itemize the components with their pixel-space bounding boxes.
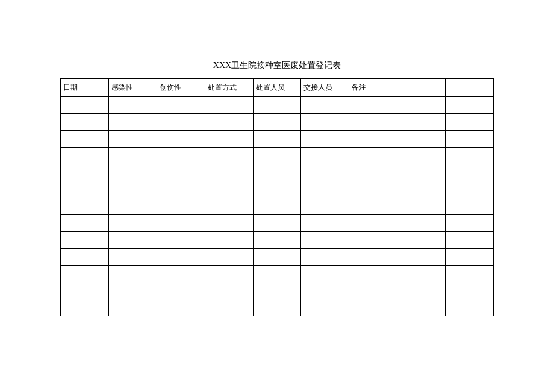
table-cell <box>157 97 205 114</box>
table-row <box>61 266 494 282</box>
table-cell <box>253 198 301 215</box>
table-cell <box>205 282 253 299</box>
table-cell <box>61 97 109 114</box>
table-cell <box>301 97 349 114</box>
table-cell <box>349 266 397 282</box>
table-cell <box>253 164 301 181</box>
table-cell <box>157 164 205 181</box>
table-cell <box>397 266 446 282</box>
header-remark: 备注 <box>349 79 397 97</box>
table-cell <box>301 282 349 299</box>
table-cell <box>253 249 301 266</box>
table-cell <box>446 114 494 131</box>
table-row <box>61 181 494 198</box>
table-cell <box>253 114 301 131</box>
document-title: XXX卫生院接种室医废处置登记表 <box>60 60 494 71</box>
table-cell <box>205 299 253 316</box>
table-row <box>61 198 494 215</box>
table-cell <box>108 249 157 266</box>
table-cell <box>301 232 349 249</box>
table-cell <box>397 249 446 266</box>
table-cell <box>446 232 494 249</box>
table-header-row: 日期 感染性 创伤性 处置方式 处置人员 交接人员 备注 <box>61 79 494 97</box>
table-cell <box>157 131 205 148</box>
table-cell <box>446 249 494 266</box>
table-cell <box>157 299 205 316</box>
table-row <box>61 215 494 232</box>
table-cell <box>253 266 301 282</box>
header-disposal-person: 处置人员 <box>253 79 301 97</box>
table-cell <box>205 198 253 215</box>
table-cell <box>301 164 349 181</box>
table-row <box>61 232 494 249</box>
table-row <box>61 114 494 131</box>
table-cell <box>157 282 205 299</box>
table-cell <box>61 114 109 131</box>
table-cell <box>157 215 205 232</box>
table-cell <box>349 282 397 299</box>
table-cell <box>61 232 109 249</box>
table-cell <box>446 198 494 215</box>
table-cell <box>349 249 397 266</box>
table-cell <box>205 97 253 114</box>
table-cell <box>301 181 349 198</box>
table-cell <box>61 181 109 198</box>
table-cell <box>301 198 349 215</box>
table-cell <box>446 181 494 198</box>
table-cell <box>397 181 446 198</box>
table-cell <box>301 131 349 148</box>
table-cell <box>301 215 349 232</box>
table-cell <box>253 299 301 316</box>
table-row <box>61 282 494 299</box>
table-cell <box>446 215 494 232</box>
table-cell <box>157 198 205 215</box>
table-cell <box>253 131 301 148</box>
table-cell <box>349 181 397 198</box>
table-cell <box>157 148 205 164</box>
table-cell <box>446 164 494 181</box>
table-cell <box>205 131 253 148</box>
table-cell <box>205 249 253 266</box>
table-cell <box>61 215 109 232</box>
table-row <box>61 148 494 164</box>
table-cell <box>446 97 494 114</box>
table-row <box>61 164 494 181</box>
table-cell <box>349 97 397 114</box>
table-cell <box>397 232 446 249</box>
table-cell <box>157 232 205 249</box>
table-cell <box>108 164 157 181</box>
table-cell <box>253 97 301 114</box>
table-cell <box>108 114 157 131</box>
table-cell <box>61 266 109 282</box>
table-cell <box>205 215 253 232</box>
table-cell <box>157 249 205 266</box>
table-cell <box>301 299 349 316</box>
header-handover-person: 交接人员 <box>301 79 349 97</box>
table-cell <box>61 148 109 164</box>
registration-table: 日期 感染性 创伤性 处置方式 处置人员 交接人员 备注 <box>60 78 494 316</box>
table-cell <box>349 198 397 215</box>
header-injury: 创伤性 <box>157 79 205 97</box>
table-cell <box>108 131 157 148</box>
table-cell <box>108 215 157 232</box>
table-cell <box>397 299 446 316</box>
table-cell <box>253 282 301 299</box>
table-cell <box>205 181 253 198</box>
table-cell <box>397 215 446 232</box>
table-cell <box>446 282 494 299</box>
table-cell <box>61 131 109 148</box>
table-row <box>61 97 494 114</box>
table-cell <box>349 148 397 164</box>
table-cell <box>349 164 397 181</box>
table-cell <box>301 114 349 131</box>
table-cell <box>108 266 157 282</box>
table-cell <box>301 148 349 164</box>
header-infectious: 感染性 <box>108 79 157 97</box>
header-date: 日期 <box>61 79 109 97</box>
table-cell <box>253 181 301 198</box>
table-cell <box>108 198 157 215</box>
table-cell <box>108 232 157 249</box>
table-cell <box>349 299 397 316</box>
table-cell <box>301 249 349 266</box>
table-cell <box>349 232 397 249</box>
